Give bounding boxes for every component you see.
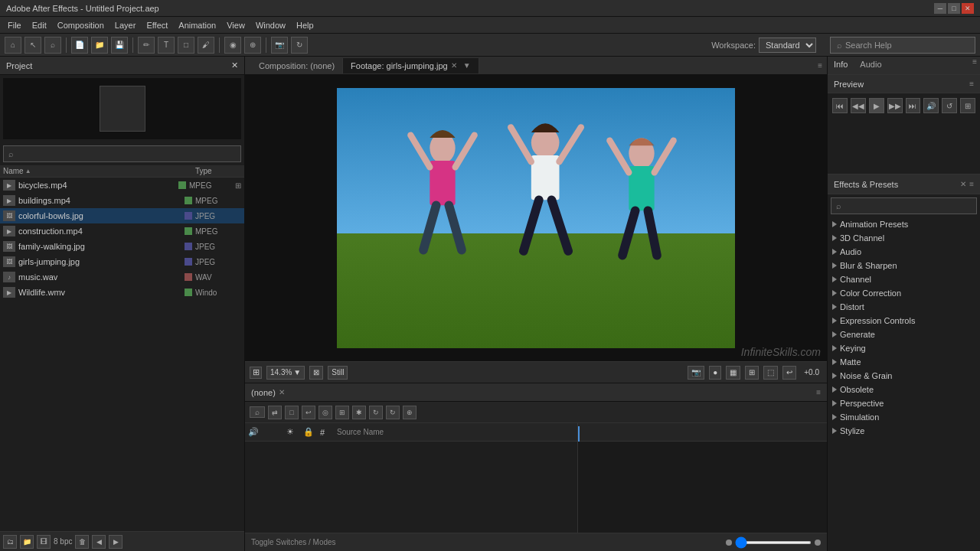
preview-prev-frame[interactable]: ◀◀: [851, 98, 866, 113]
file-item-construction[interactable]: ▶ construction.mp4 MPEG: [0, 223, 244, 239]
effects-category-channel[interactable]: Channel: [828, 272, 980, 286]
comp-tab-footage-menu[interactable]: ▼: [463, 61, 471, 70]
tool-orbit[interactable]: ↻: [291, 37, 308, 54]
effects-category-simulation[interactable]: Simulation: [828, 410, 980, 424]
effects-category-color-correction[interactable]: Color Correction: [828, 286, 980, 300]
menu-composition[interactable]: Composition: [53, 19, 109, 31]
effects-category-obsolete[interactable]: Obsolete: [828, 383, 980, 396]
file-item-colorful-bowls[interactable]: 🖼 colorful-bowls.jpg JPEG: [0, 208, 244, 223]
tl-btn-8[interactable]: ↻: [386, 406, 400, 419]
effects-category-expression-controls[interactable]: Expression Controls: [828, 314, 980, 328]
fit-button[interactable]: ⊠: [309, 366, 323, 380]
menu-effect[interactable]: Effect: [142, 19, 172, 31]
info-panel-menu[interactable]: ≡: [969, 57, 980, 74]
tool-home[interactable]: ⌂: [5, 37, 21, 54]
tool-shape[interactable]: □: [178, 37, 194, 54]
effects-category-blur-sharpen[interactable]: Blur & Sharpen: [828, 259, 980, 272]
grid-button[interactable]: ⊞: [745, 366, 759, 380]
menu-edit[interactable]: Edit: [28, 19, 51, 31]
preview-loop[interactable]: ↺: [942, 98, 957, 113]
file-item-music[interactable]: ♪ music.wav WAV: [0, 269, 244, 285]
effects-category-noise-grain[interactable]: Noise & Grain: [828, 369, 980, 383]
tool-roto[interactable]: ◉: [224, 37, 241, 54]
snapshot-button[interactable]: 📷: [688, 366, 704, 380]
file-item-bicycles[interactable]: ▶ bicycles.mp4 MPEG ⊞: [0, 178, 244, 193]
preview-next-frame[interactable]: ▶▶: [887, 98, 903, 113]
tool-select[interactable]: ↖: [24, 37, 41, 54]
effects-search-box[interactable]: ⌕: [831, 197, 977, 214]
toggle-switches-label[interactable]: Toggle Switches / Modes: [251, 538, 336, 546]
tl-btn-9[interactable]: ⊕: [403, 406, 416, 419]
tool-search[interactable]: ⌕: [44, 37, 61, 54]
preview-ram[interactable]: ⊞: [960, 98, 975, 113]
file-item-family-walking[interactable]: 🖼 family-walking.jpg JPEG: [0, 239, 244, 254]
effects-category-perspective[interactable]: Perspective: [828, 396, 980, 410]
close-button[interactable]: ✕: [962, 3, 974, 14]
preview-play[interactable]: ▶: [869, 98, 884, 113]
tool-save[interactable]: 💾: [111, 37, 128, 54]
timeline-scroll[interactable]: [735, 541, 812, 544]
comp-tab-none[interactable]: Composition: (none): [251, 58, 343, 73]
project-close-button[interactable]: ✕: [231, 60, 238, 70]
new-folder-button[interactable]: 📁: [20, 535, 34, 549]
trash-button[interactable]: 🗑: [75, 535, 89, 549]
tool-camera[interactable]: 📷: [271, 37, 288, 54]
effects-category-stylize[interactable]: Stylize: [828, 424, 980, 438]
grid-toggle[interactable]: ⊞: [250, 367, 262, 379]
maximize-button[interactable]: □: [948, 3, 960, 14]
tab-audio[interactable]: Audio: [854, 57, 887, 74]
comp-tab-footage[interactable]: Footage: girls-jumping.jpg ✕ ▼: [343, 58, 479, 73]
display-button[interactable]: ▦: [726, 366, 740, 380]
workspace-select[interactable]: Standard: [759, 37, 816, 53]
tl-btn-2[interactable]: □: [285, 406, 299, 419]
tool-text[interactable]: T: [158, 37, 175, 54]
effects-category-matte[interactable]: Matte: [828, 355, 980, 369]
menu-view[interactable]: View: [222, 19, 250, 31]
effects-category-generate[interactable]: Generate: [828, 328, 980, 341]
menu-window[interactable]: Window: [251, 19, 290, 31]
tl-btn-3[interactable]: ↩: [302, 406, 315, 419]
timeline-search[interactable]: ⌕: [250, 406, 265, 418]
tl-btn-1[interactable]: ⇄: [268, 406, 282, 419]
tl-btn-4[interactable]: ◎: [318, 406, 332, 419]
timeline-panel-menu[interactable]: ≡: [816, 388, 821, 396]
effects-category-audio[interactable]: Audio: [828, 245, 980, 259]
preview-skip-fwd[interactable]: ⏭: [906, 98, 921, 113]
mask-button[interactable]: ⬚: [763, 366, 778, 380]
new-item-button[interactable]: 🗂: [3, 535, 17, 549]
tl-btn-7[interactable]: ↻: [369, 406, 383, 419]
comp-panel-menu[interactable]: ≡: [818, 61, 822, 70]
preview-audio[interactable]: 🔊: [923, 98, 939, 113]
zoom-control[interactable]: 14.3% ▼: [266, 366, 305, 380]
search-help-box[interactable]: ⌕ Search Help: [830, 37, 975, 54]
tool-open[interactable]: 📁: [91, 37, 108, 54]
tab-info[interactable]: Info: [828, 57, 854, 74]
file-item-buildings[interactable]: ▶ buildings.mp4 MPEG: [0, 193, 244, 208]
menu-file[interactable]: File: [3, 19, 26, 31]
tl-btn-5[interactable]: ⊞: [335, 406, 349, 419]
footage-settings-button[interactable]: 🎞: [37, 535, 51, 549]
menu-animation[interactable]: Animation: [174, 19, 220, 31]
effects-close[interactable]: ✕: [960, 180, 966, 188]
tool-new[interactable]: 📄: [71, 37, 88, 54]
prev-item-button[interactable]: ◀: [92, 535, 106, 549]
project-search-box[interactable]: ⌕: [3, 145, 241, 162]
tl-btn-6[interactable]: ✱: [352, 406, 366, 419]
tool-pen[interactable]: ✏: [138, 37, 155, 54]
menu-help[interactable]: Help: [292, 19, 318, 31]
menu-layer[interactable]: Layer: [110, 19, 141, 31]
minimize-button[interactable]: ─: [934, 3, 946, 14]
effects-category-animation-presets[interactable]: Animation Presets: [828, 217, 980, 231]
zoom-dropdown[interactable]: ▼: [293, 368, 301, 377]
tool-puppet[interactable]: ⊕: [244, 37, 261, 54]
file-item-wildlife[interactable]: ▶ Wildlife.wmv Windo: [0, 285, 244, 300]
preview-skip-back[interactable]: ⏮: [832, 98, 848, 113]
color-button[interactable]: ●: [709, 366, 721, 380]
tool-brush[interactable]: 🖌: [198, 37, 214, 54]
effects-category-3d-channel[interactable]: 3D Channel: [828, 231, 980, 245]
motion-button[interactable]: ↩: [782, 366, 796, 380]
file-item-girls-jumping[interactable]: 🖼 girls-jumping.jpg JPEG: [0, 254, 244, 269]
effects-category-distort[interactable]: Distort: [828, 300, 980, 314]
effects-panel-menu[interactable]: ≡: [969, 180, 974, 188]
next-item-button[interactable]: ▶: [109, 535, 122, 549]
